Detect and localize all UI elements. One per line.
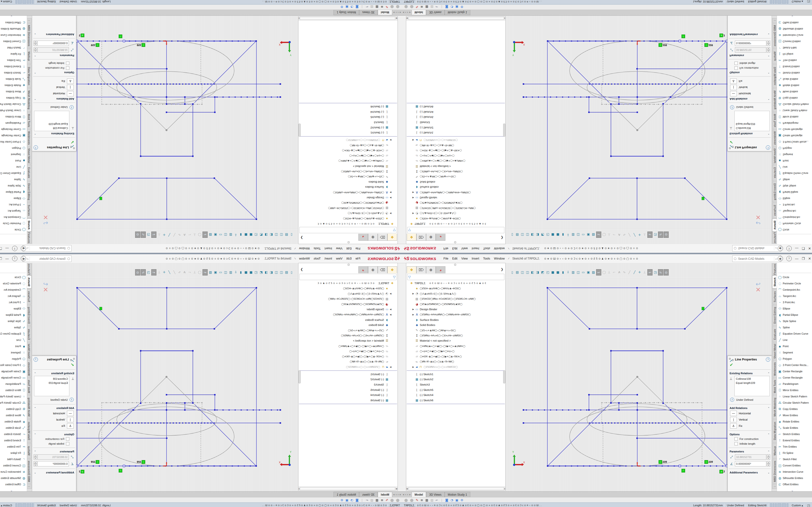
tab-nav-buttons[interactable]: «‹›» [392, 10, 402, 15]
tool-extend-entities[interactable]: ⊺Extend Entities [777, 63, 812, 70]
tab-nav-icon[interactable]: ‹ [398, 11, 399, 14]
relation-tag[interactable]: ⊿3 [79, 470, 84, 473]
doc-tab-motion-study-1[interactable]: Motion Study 1 [334, 492, 359, 497]
bottom-toolbar-icon[interactable]: ⬤ [390, 5, 394, 9]
tool-trim-entities[interactable]: ✂Trim Entities [0, 444, 27, 450]
cm-tab-direct-editing[interactable]: Direct Editing [27, 305, 32, 326]
tool-spline[interactable]: ∿Spline [777, 324, 812, 331]
tab-nav-icon[interactable]: « [403, 11, 404, 14]
tool-intersection-curve[interactable]: ≋Intersection Curve [0, 469, 27, 475]
parameter-field[interactable]: ⤢10.88152731▲▼ [32, 454, 76, 460]
bottom-toolbar-icon[interactable]: ⬤ [404, 5, 408, 9]
tool-fit-spline[interactable]: ⌊Fit Spline [0, 51, 27, 57]
tool-intersection-curve[interactable]: ≋Intersection Curve [777, 32, 812, 38]
cm-tab-data-migration[interactable]: Data Migration [27, 419, 32, 443]
tool-tangent-arc[interactable]: ⌓Tangent Arc [777, 293, 812, 299]
bottom-toolbar-icon[interactable]: ▧ [430, 5, 433, 9]
doc-tab-model[interactable]: Model [412, 492, 426, 497]
bottom-toolbar-icon[interactable]: ⬤ [410, 498, 414, 502]
tool-style-spline[interactable]: ∿Style Spline [777, 318, 812, 324]
option-infinite-length[interactable]: Infinite length [32, 441, 76, 446]
relation-item[interactable]: Collinear108 [736, 377, 768, 381]
bottom-toolbar-icon[interactable]: ▦ [375, 5, 378, 9]
tool-offset-entities[interactable]: ⊏Offset Entities [0, 19, 27, 26]
bottom-toolbar-icon[interactable]: ⚙ [461, 5, 463, 9]
cm-tab-mold-tools[interactable]: Mold Tools [772, 378, 777, 395]
add-relation-fix[interactable]: ⚓Fix [728, 423, 772, 429]
bottom-toolbar-icon[interactable]: ▦ [425, 5, 428, 9]
bottom-toolbar-icon[interactable]: ⬤ [410, 5, 414, 9]
tool-silhouette-entities[interactable]: ◍Silhouette Entities [777, 475, 812, 481]
bottom-toolbar-icon[interactable]: ⚙ [341, 5, 343, 9]
tab-nav-buttons[interactable]: «‹›» [402, 492, 412, 497]
tool-corner-rectangle[interactable]: ▭Corner Rectangle [777, 126, 812, 132]
tool-convert-entities[interactable]: ◫Convert Entities [777, 462, 812, 469]
tool-style-spline[interactable]: ∿Style Spline [0, 318, 27, 324]
tab-nav-icon[interactable]: ‹ [405, 493, 406, 496]
tool-linear-sketch-pattern[interactable]: ⁘Linear Sketch Pattern [0, 393, 27, 400]
tool-point[interactable]: ▪Point [0, 343, 27, 349]
tool-parallelogram[interactable]: ▱Parallelogram [777, 120, 812, 126]
additional-parameters-header[interactable]: Additional Parameters⌄ [728, 470, 772, 475]
tool-polygon[interactable]: ⬡Polygon [0, 145, 27, 151]
tool-style-spline[interactable]: ∿Style Spline [777, 183, 812, 189]
tool-linear-sketch-pattern[interactable]: ⁘Linear Sketch Pattern [0, 107, 27, 114]
tool-segment[interactable]: ⁙Segment [0, 151, 27, 158]
tool-style-spline[interactable]: ∿Style Spline [0, 183, 27, 189]
relation-tag[interactable]: ⊿3 [719, 34, 725, 37]
cm-tab-sketch[interactable]: Sketch [27, 276, 32, 288]
tool-silhouette-entities[interactable]: ◍Silhouette Entities [0, 26, 27, 32]
bottom-toolbar-icon[interactable]: ≡ [380, 498, 383, 502]
tool-mirror-entities[interactable]: ⎅Mirror Entities [0, 387, 27, 393]
tab-nav-buttons[interactable]: «‹›» [392, 492, 402, 497]
tool-corner-rectangle[interactable]: ▭Corner Rectangle [0, 126, 27, 132]
doc-tab-motion-study-1[interactable]: Motion Study 1 [445, 492, 470, 497]
tool-segment[interactable]: ⁙Segment [0, 349, 27, 356]
cm-tab-sheet-metal[interactable]: Sheet Metal [27, 147, 32, 164]
tool-copy-entities[interactable]: ⧉Copy Entities [0, 406, 27, 412]
bottom-toolbar-icon[interactable]: ▣ [345, 498, 348, 502]
cm-tab-features[interactable]: Features [27, 232, 32, 243]
add-relation-fix[interactable]: ⚓Fix [32, 423, 76, 429]
bottom-toolbar-icon[interactable]: ❘ [361, 5, 363, 9]
bottom-toolbar-icon[interactable]: ◙ [445, 5, 448, 9]
tool-trim-entities[interactable]: ✂Trim Entities [777, 444, 812, 450]
cancel-sketch-icon[interactable]: ✕ [43, 286, 48, 294]
tool-circular-sketch-pattern[interactable]: ⁂Circular Sketch Pattern [0, 400, 27, 406]
cm-tab-surfaces[interactable]: Surfaces [772, 203, 777, 218]
relation-tag[interactable]: ∕ [681, 469, 685, 472]
tool-convert-entities[interactable]: ◫Convert Entities [0, 462, 27, 469]
tool-perimeter-circle[interactable]: ◌Perimeter Circle [777, 220, 812, 227]
tool-extend-entities[interactable]: ⊺Extend Entities [777, 437, 812, 444]
tool-circular-sketch-pattern[interactable]: ⁂Circular Sketch Pattern [0, 101, 27, 107]
tab-nav-icon[interactable]: « [400, 493, 401, 496]
relations-list[interactable]: Collinear108Equal length109 [734, 376, 770, 396]
relation-tag[interactable]: ∕ [119, 469, 122, 472]
parameters-header[interactable]: Parameters⌃ [728, 449, 772, 454]
existing-relations-header[interactable]: Existing Relations⌃ [32, 131, 76, 136]
tool-equation-driven-curve[interactable]: ƒEquation Driven Curve [0, 331, 27, 337]
cm-tab-sketch[interactable]: Sketch [27, 219, 32, 231]
doc-tab-3d-views[interactable]: 3D Views [359, 10, 377, 15]
tab-nav-icon[interactable]: ‹ [398, 493, 399, 496]
add-relation-fix[interactable]: ⚓Fix [32, 78, 76, 84]
relation-item[interactable]: Equal length109 [736, 122, 768, 126]
doc-tab-model[interactable]: Model [378, 492, 393, 497]
add-relation-horizontal[interactable]: —Horizontal [32, 410, 76, 416]
add-relations-header[interactable]: Add Relations⌃ [32, 406, 76, 410]
tool-silhouette-entities[interactable]: ◍Silhouette Entities [0, 475, 27, 481]
tool-sketch-fillet[interactable]: ◜Sketch Fillet [777, 456, 812, 462]
parameters-header[interactable]: Parameters⌃ [32, 449, 76, 454]
bottom-toolbar-icon[interactable]: ▧ [370, 498, 373, 502]
tool-stretch-entities[interactable]: ⌐Stretch Entities [0, 431, 27, 437]
add-relation-horizontal[interactable]: —Horizontal [728, 91, 772, 97]
tool-copy-entities[interactable]: ⧉Copy Entities [0, 95, 27, 101]
tool-circular-sketch-pattern[interactable]: ⁂Circular Sketch Pattern [777, 101, 812, 107]
tab-nav-icon[interactable]: ‹ [405, 11, 406, 14]
tool-spline[interactable]: ∿Spline [0, 176, 27, 183]
bottom-toolbar-icon[interactable]: ▦ [375, 498, 378, 502]
tool-ellipse[interactable]: ⬭Ellipse [0, 195, 27, 202]
option-for-construction[interactable]: For construction [32, 66, 76, 70]
options-header[interactable]: Options⌃ [32, 70, 76, 75]
option-for-construction[interactable]: For construction [32, 437, 76, 441]
